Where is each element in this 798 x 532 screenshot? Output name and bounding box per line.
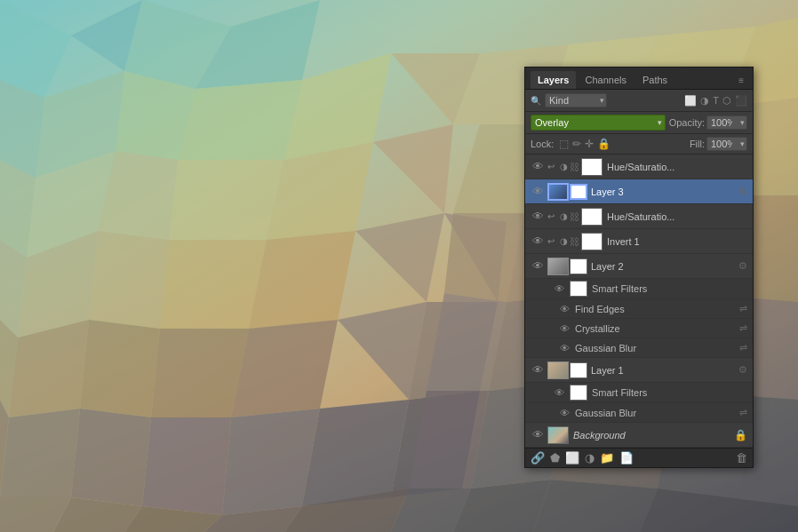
lock-brush-icon[interactable]: ✏ <box>572 138 581 150</box>
visibility-icon[interactable]: 👁 <box>557 304 571 314</box>
filter-name: Find Edges <box>575 304 739 314</box>
visibility-icon[interactable]: 👁 <box>557 408 571 418</box>
tab-channels[interactable]: Channels <box>578 71 633 89</box>
visibility-icon[interactable]: 👁 <box>531 234 545 248</box>
visibility-icon[interactable]: 👁 <box>557 323 571 334</box>
lock-label: Lock: <box>531 139 554 149</box>
visibility-icon[interactable]: 👁 <box>531 259 545 273</box>
layer-row[interactable]: 👁 Background 🔒 <box>525 423 753 448</box>
blend-row: Overlay Normal Multiply Screen Opacity: <box>525 112 753 134</box>
filter-options-icon[interactable]: ⇌ <box>739 303 747 314</box>
tab-paths[interactable]: Paths <box>635 71 674 89</box>
delete-layer-button[interactable]: 🗑 <box>736 451 747 465</box>
filter-row[interactable]: 👁 Find Edges ⇌ <box>525 299 753 319</box>
svg-marker-13 <box>169 160 284 240</box>
lock-all-icon[interactable]: 🔒 <box>597 138 610 150</box>
add-style-button[interactable]: ⬟ <box>550 451 560 465</box>
svg-marker-22 <box>80 320 160 417</box>
kind-icons: ⬜ ◑ T ⬡ ⬛ <box>684 95 747 107</box>
opacity-label: Opacity: <box>669 117 705 128</box>
add-mask-button[interactable]: ⬜ <box>565 451 579 465</box>
filter-row[interactable]: 👁 Gaussian Blur ⇌ <box>525 338 753 358</box>
layer-thumbnail <box>581 233 602 250</box>
fill-group: Fill: <box>690 137 747 151</box>
shape-filter-icon[interactable]: ⬡ <box>722 95 731 107</box>
visibility-icon[interactable]: 👁 <box>531 185 545 198</box>
layer-name: Background <box>573 430 731 441</box>
smart-filters-label: Smart Filters <box>592 283 747 294</box>
type-filter-icon[interactable]: T <box>713 95 719 106</box>
smart-filters-row[interactable]: 👁 Smart Filters <box>525 383 753 403</box>
link-icon: ↩ <box>547 211 558 221</box>
smart-filters-label: Smart Filters <box>592 387 747 398</box>
pixel-filter-icon[interactable]: ⬜ <box>684 95 697 107</box>
svg-marker-17 <box>89 231 169 329</box>
smart-filters-row[interactable]: 👁 Smart Filters <box>525 279 753 299</box>
filter-name: Crystallize <box>575 323 739 334</box>
filter-name: Gaussian Blur <box>575 343 739 353</box>
svg-marker-26 <box>0 409 80 497</box>
layer-row[interactable]: 👁 ↩ ◑ ⛓ Invert 1 <box>525 229 753 254</box>
lock-checkerboard-icon[interactable]: ⬚ <box>559 138 569 150</box>
lock-move-icon[interactable]: ✛ <box>585 138 594 150</box>
link-layers-button[interactable]: 🔗 <box>531 451 545 465</box>
panel-tabs: Layers Channels Paths ≡ <box>525 67 753 90</box>
svg-marker-28 <box>142 417 231 515</box>
filter-options-icon[interactable]: ⇌ <box>739 407 747 418</box>
adj-icon: ◑ <box>560 162 568 171</box>
lock-icons: ⬚ ✏ ✛ 🔒 <box>559 138 610 150</box>
search-icon: 🔍 <box>531 96 541 106</box>
tab-layers[interactable]: Layers <box>531 71 576 89</box>
visibility-icon[interactable]: 👁 <box>531 160 545 173</box>
panel-bottom: 🔗 ⬟ ⬜ ◑ 📁 📄 🗑 <box>525 448 753 467</box>
chain-icon: ⛓ <box>570 211 579 222</box>
svg-marker-58 <box>533 480 658 532</box>
layer-thumbnail <box>547 426 569 444</box>
layer-name: Invert 1 <box>607 236 747 247</box>
layer-mask-thumbnail <box>570 258 587 274</box>
fill-value-wrap <box>706 137 747 151</box>
kind-row: 🔍 Kind Name Effect ⬜ ◑ T ⬡ ⬛ <box>525 90 753 112</box>
filter-options-icon[interactable]: ⇌ <box>739 342 747 353</box>
layer-row[interactable]: 👁 ↩ ◑ ⛓ Hue/Saturatio... <box>525 155 753 179</box>
opacity-input[interactable] <box>706 115 747 130</box>
layer-options-icon[interactable]: ⚙ <box>738 364 747 376</box>
layer-mask-thumbnail <box>570 184 587 200</box>
layer-row[interactable]: 👁 Layer 2 ⚙ <box>525 254 753 279</box>
smart-filter-icon[interactable]: ⬛ <box>735 95 747 107</box>
kind-select-wrap: Kind Name Effect <box>545 93 607 107</box>
panel-menu-icon[interactable]: ≡ <box>735 74 747 87</box>
visibility-icon[interactable]: 👁 <box>531 363 545 377</box>
visibility-icon[interactable]: 👁 <box>531 210 545 223</box>
kind-select[interactable]: Kind Name Effect <box>545 93 607 107</box>
fill-label: Fill: <box>690 139 705 149</box>
layer-row[interactable]: 👁 Layer 3 ⚙ <box>525 179 753 204</box>
layer-row[interactable]: 👁 ↩ ◑ ⛓ Hue/Saturatio... <box>525 204 753 229</box>
layer-row[interactable]: 👁 Layer 1 ⚙ <box>525 358 753 383</box>
filter-row[interactable]: 👁 Gaussian Blur ⇌ <box>525 403 753 423</box>
visibility-icon[interactable]: 👁 <box>557 343 571 353</box>
visibility-icon[interactable]: 👁 <box>552 387 566 398</box>
layer-thumbnail <box>547 361 569 379</box>
adjust-filter-icon[interactable]: ◑ <box>700 95 709 107</box>
svg-marker-27 <box>71 409 151 506</box>
blend-select-wrap: Overlay Normal Multiply Screen <box>531 115 666 131</box>
layer-name: Layer 2 <box>591 261 736 272</box>
layer-thumbnail <box>547 258 569 275</box>
add-adjustment-button[interactable]: ◑ <box>585 451 595 465</box>
new-layer-button[interactable]: 📄 <box>619 451 634 465</box>
layer-options-icon[interactable]: ⚙ <box>738 186 747 197</box>
layer-options-icon[interactable]: ⚙ <box>738 260 747 272</box>
link-icon: ↩ <box>547 236 558 246</box>
visibility-icon[interactable]: 👁 <box>552 283 566 294</box>
new-group-button[interactable]: 📁 <box>600 451 614 465</box>
filter-options-icon[interactable]: ⇌ <box>739 322 747 334</box>
filter-row[interactable]: 👁 Crystallize ⇌ <box>525 319 753 338</box>
layer-name: Layer 3 <box>591 187 736 197</box>
chain-icon: ⛓ <box>570 236 579 247</box>
visibility-icon[interactable]: 👁 <box>531 428 545 441</box>
chain-icon: ⛓ <box>570 162 579 172</box>
fill-input[interactable] <box>706 137 747 151</box>
layer-thumbnail <box>547 183 569 201</box>
blend-select[interactable]: Overlay Normal Multiply Screen <box>531 115 666 131</box>
